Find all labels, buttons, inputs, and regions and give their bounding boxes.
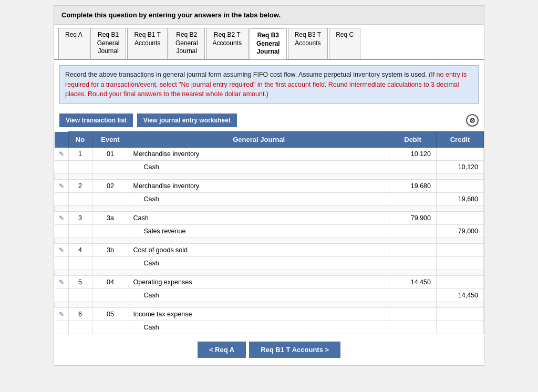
- info-box: Record the above transactions in general…: [59, 65, 479, 104]
- table-row: ✎ 6 05 Income tax expense: [55, 308, 484, 321]
- tab-req-b1-t-accounts[interactable]: Req B1 TAccounts: [127, 28, 167, 59]
- row-account[interactable]: Cash: [129, 193, 389, 206]
- edit-icon-4[interactable]: ✎: [59, 246, 64, 254]
- row-event: 01: [92, 148, 129, 161]
- row-event: 3b: [92, 244, 129, 257]
- tabs-bar: Req A Req B1GeneralJournal Req B1 TAccou…: [54, 25, 484, 60]
- tab-req-b2-general[interactable]: Req B2GeneralJournal: [169, 28, 205, 59]
- tab-req-c[interactable]: Req C: [329, 28, 360, 59]
- tab-req-b1-general[interactable]: Req B1GeneralJournal: [90, 28, 127, 59]
- table-row: ✎ 5 04 Operating expenses 14,450: [55, 276, 484, 289]
- view-journal-button[interactable]: View journal entry worksheet: [137, 114, 237, 127]
- row-no: 3: [68, 212, 92, 225]
- row-account[interactable]: Cash: [129, 321, 389, 334]
- main-container: Complete this question by entering your …: [54, 5, 484, 366]
- row-debit[interactable]: [389, 244, 437, 257]
- row-event: 05: [92, 308, 129, 321]
- tab-req-b3-general[interactable]: Req B3GeneralJournal: [250, 28, 287, 59]
- row-debit[interactable]: [389, 308, 437, 321]
- col-header-event: Event: [92, 132, 129, 148]
- row-debit[interactable]: [389, 161, 437, 174]
- table-row: ✎ 3 3a Cash 79,900: [55, 212, 484, 225]
- table-row: Cash 14,450: [55, 289, 484, 302]
- row-credit[interactable]: [437, 257, 484, 270]
- table-row: Cash 19,680: [55, 193, 484, 206]
- table-row: Cash 10,120: [55, 161, 484, 174]
- row-no: 1: [68, 148, 92, 161]
- table-row: Cash: [55, 321, 484, 334]
- row-account[interactable]: Cash: [129, 257, 389, 270]
- row-debit[interactable]: [389, 225, 437, 238]
- table-row: ✎ 1 01 Merchandise inventory 10,120: [55, 148, 484, 161]
- tab-req-b2-t-accounts[interactable]: Req B2 TAcccounts: [206, 28, 249, 59]
- edit-icon-3[interactable]: ✎: [59, 214, 64, 222]
- row-event: 04: [92, 276, 129, 289]
- row-account[interactable]: Operating expenses: [129, 276, 389, 289]
- row-credit[interactable]: [437, 180, 484, 193]
- row-no: 4: [68, 244, 92, 257]
- row-debit[interactable]: [389, 289, 437, 302]
- table-row: Sales revenue 79,000: [55, 225, 484, 238]
- col-header-journal: General Journal: [129, 132, 389, 148]
- col-header-debit: Debit: [389, 132, 437, 148]
- info-text-main: Record the above transactions in general…: [65, 71, 427, 78]
- row-credit[interactable]: 79,000: [437, 225, 484, 238]
- tab-req-b3-t-accounts[interactable]: Req B3 TAccounts: [288, 28, 328, 59]
- row-account[interactable]: Sales revenue: [129, 225, 389, 238]
- row-no: 5: [68, 276, 92, 289]
- view-transaction-button[interactable]: View transaction list: [59, 114, 133, 127]
- row-debit[interactable]: 14,450: [389, 276, 437, 289]
- edit-icon-6[interactable]: ✎: [59, 311, 64, 318]
- edit-icon-1[interactable]: ✎: [59, 150, 64, 158]
- row-debit[interactable]: [389, 193, 437, 206]
- row-debit[interactable]: 10,120: [389, 148, 437, 161]
- table-row: ✎ 2 02 Merchandise inventory 19,680: [55, 180, 484, 193]
- row-credit[interactable]: [437, 148, 484, 161]
- row-debit[interactable]: 19,680: [389, 180, 437, 193]
- row-account[interactable]: Cash: [129, 161, 389, 174]
- row-debit[interactable]: [389, 257, 437, 270]
- row-debit[interactable]: [389, 321, 437, 334]
- row-account[interactable]: Merchandise inventory: [129, 180, 389, 193]
- tab-req-a[interactable]: Req A: [58, 28, 89, 59]
- row-credit[interactable]: [437, 276, 484, 289]
- edit-icon-2[interactable]: ✎: [59, 182, 64, 190]
- col-header-no: No: [68, 132, 92, 148]
- row-credit[interactable]: [437, 244, 484, 257]
- row-credit[interactable]: 10,120: [437, 161, 484, 174]
- row-credit[interactable]: [437, 321, 484, 334]
- row-account[interactable]: Merchandise inventory: [129, 148, 389, 161]
- row-account[interactable]: Income tax expense: [129, 308, 389, 321]
- row-credit[interactable]: [437, 212, 484, 225]
- table-row: Cash: [55, 257, 484, 270]
- row-account[interactable]: Cost of goods sold: [129, 244, 389, 257]
- bottom-nav: < Req A Req B1 T Accounts >: [54, 334, 484, 365]
- row-no: 6: [68, 308, 92, 321]
- col-header-credit: Credit: [437, 132, 484, 148]
- toolbar: View transaction list View journal entry…: [54, 109, 484, 131]
- instruction-bar: Complete this question by entering your …: [54, 6, 484, 25]
- table-row: ✎ 4 3b Cost of goods sold: [55, 244, 484, 257]
- instruction-text: Complete this question by entering your …: [61, 11, 281, 19]
- row-credit[interactable]: 14,450: [437, 289, 484, 302]
- row-account[interactable]: Cash: [129, 289, 389, 302]
- journal-table: No Event General Journal Debit Credit ✎ …: [54, 131, 484, 334]
- row-debit[interactable]: 79,900: [389, 212, 437, 225]
- row-event: 02: [92, 180, 129, 193]
- row-credit[interactable]: 19,680: [437, 193, 484, 206]
- row-no: 2: [68, 180, 92, 193]
- next-button[interactable]: Req B1 T Accounts >: [249, 342, 340, 358]
- edit-icon-5[interactable]: ✎: [59, 278, 64, 286]
- row-credit[interactable]: [437, 308, 484, 321]
- prev-button[interactable]: < Req A: [198, 342, 246, 358]
- close-button[interactable]: ⊗: [466, 114, 479, 127]
- row-event: 3a: [92, 212, 129, 225]
- row-account[interactable]: Cash: [129, 212, 389, 225]
